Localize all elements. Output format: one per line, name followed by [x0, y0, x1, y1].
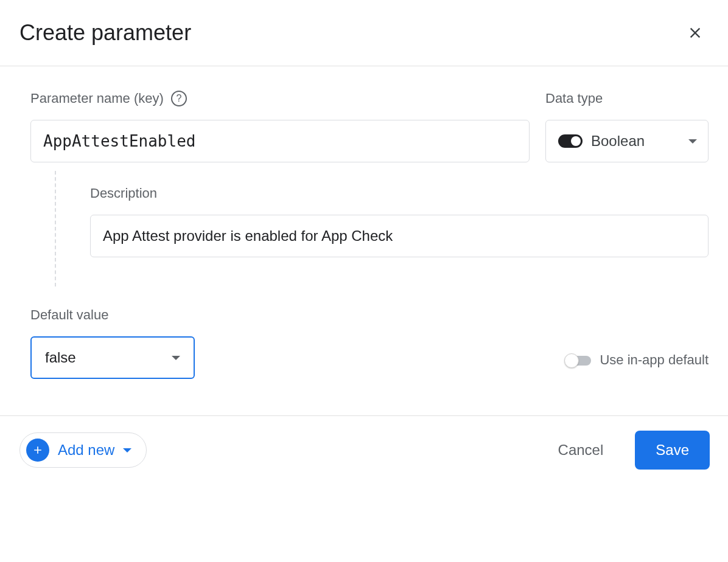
default-value-row: Default value false Use in-app default — [30, 307, 709, 379]
data-type-label: Data type — [545, 91, 709, 106]
in-app-default-label: Use in-app default — [600, 352, 709, 368]
in-app-default-toggle[interactable] — [565, 353, 591, 367]
chevron-down-icon — [123, 448, 131, 453]
data-type-select[interactable]: Boolean — [545, 120, 709, 162]
add-new-button[interactable]: Add new — [19, 432, 147, 468]
toggle-thumb — [564, 353, 579, 368]
parameter-name-label-text: Parameter name (key) — [30, 91, 164, 106]
chevron-down-icon — [688, 139, 697, 144]
description-input[interactable] — [90, 215, 709, 257]
top-row: Parameter name (key) ? Data type Boolean — [30, 91, 709, 162]
create-parameter-dialog: Create parameter Parameter name (key) ? … — [0, 0, 728, 491]
default-value-label: Default value — [30, 307, 195, 323]
dialog-footer: Add new Cancel Save — [0, 415, 728, 491]
chevron-down-icon — [172, 356, 180, 360]
save-button[interactable]: Save — [635, 431, 710, 470]
boolean-icon — [558, 134, 583, 148]
close-icon — [687, 24, 704, 41]
data-type-label-text: Data type — [545, 91, 603, 106]
dialog-header: Create parameter — [0, 0, 728, 66]
dialog-content: Parameter name (key) ? Data type Boolean — [0, 66, 728, 415]
data-type-value: Boolean — [591, 133, 680, 150]
description-label: Description — [90, 186, 709, 201]
in-app-default-group: Use in-app default — [565, 352, 709, 379]
close-button[interactable] — [681, 18, 710, 47]
parameter-name-label: Parameter name (key) ? — [30, 91, 530, 106]
description-label-text: Description — [90, 186, 157, 201]
cancel-button[interactable]: Cancel — [551, 435, 611, 465]
vertical-divider — [55, 171, 56, 286]
default-value-group: Default value false — [30, 307, 195, 379]
parameter-name-input[interactable] — [30, 120, 530, 162]
data-type-group: Data type Boolean — [545, 91, 709, 162]
default-value-select[interactable]: false — [30, 336, 195, 379]
default-value-text: false — [45, 349, 76, 366]
dialog-title: Create parameter — [19, 20, 191, 46]
add-new-label: Add new — [58, 442, 114, 459]
help-icon[interactable]: ? — [171, 91, 187, 106]
plus-icon — [26, 439, 49, 462]
parameter-name-group: Parameter name (key) ? — [30, 91, 530, 162]
description-block: Description — [55, 171, 709, 286]
default-value-label-text: Default value — [30, 307, 108, 323]
description-inner: Description — [90, 171, 709, 286]
footer-actions: Cancel Save — [551, 431, 710, 470]
